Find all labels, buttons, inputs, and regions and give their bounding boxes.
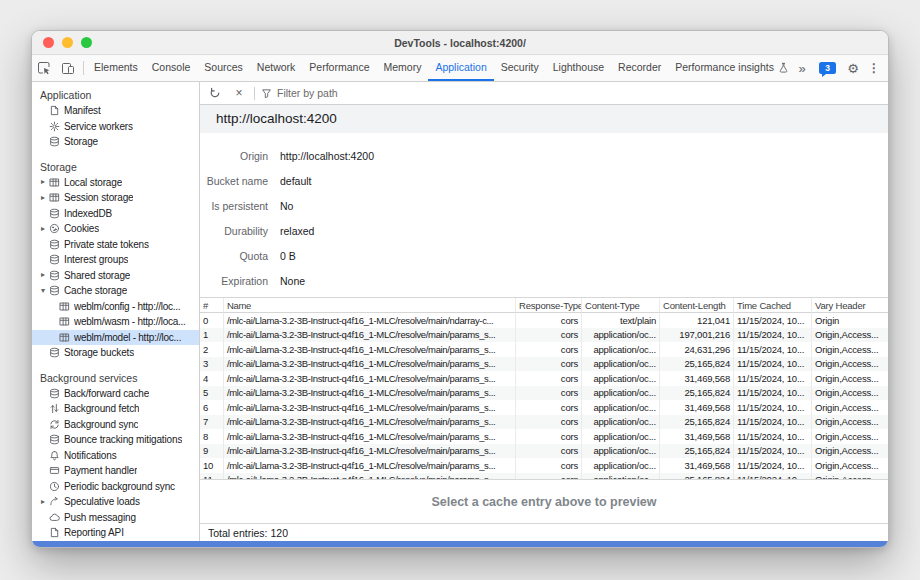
refresh-icon[interactable]: [206, 84, 224, 102]
cell-vary-header: Origin,Access...: [812, 415, 888, 430]
kebab-menu-icon[interactable]: ⋮: [865, 61, 883, 75]
table-row[interactable]: 3/mlc-ai/Llama-3.2-3B-Instruct-q4f16_1-M…: [200, 357, 888, 372]
sidebar-item-notifications[interactable]: Notifications: [32, 448, 199, 464]
issues-bubble-icon: 3: [819, 62, 836, 74]
cell-response-type: cors: [516, 458, 582, 473]
tab-sources[interactable]: Sources: [197, 55, 250, 81]
database-icon: [48, 347, 60, 358]
sidebar-item-label: weblm/config - http://loc...: [74, 301, 180, 312]
more-tabs-button[interactable]: »: [790, 61, 814, 76]
table-row[interactable]: 10/mlc-ai/Llama-3.2-3B-Instruct-q4f16_1-…: [200, 458, 888, 473]
minimize-window-button[interactable]: [62, 37, 73, 48]
sidebar-item-periodic-background-sync[interactable]: Periodic background sync: [32, 479, 199, 495]
window-bottom-accent: [32, 541, 888, 547]
table-header-row: #NameResponse-TypeContent-TypeContent-Le…: [200, 298, 888, 313]
sidebar-item-storage-buckets[interactable]: Storage buckets: [32, 345, 199, 361]
sidebar-item-back-forward-cache[interactable]: Back/forward cache: [32, 386, 199, 402]
column-header-vary-header[interactable]: Vary Header: [812, 298, 888, 313]
table-row[interactable]: 0/mlc-ai/Llama-3.2-3B-Instruct-q4f16_1-M…: [200, 313, 888, 328]
sidebar-item-manifest[interactable]: Manifest: [32, 103, 199, 119]
sidebar-item-weblm-config-http-loc[interactable]: weblm/config - http://loc...: [32, 299, 199, 315]
cell-name: /mlc-ai/Llama-3.2-3B-Instruct-q4f16_1-ML…: [224, 429, 516, 444]
tab-application[interactable]: Application: [428, 55, 493, 81]
filter-by-path-input[interactable]: [277, 87, 427, 99]
sidebar-item-reporting-api[interactable]: Reporting API: [32, 525, 199, 541]
settings-gear-icon[interactable]: ⚙: [841, 61, 865, 76]
table-row[interactable]: 5/mlc-ai/Llama-3.2-3B-Instruct-q4f16_1-M…: [200, 386, 888, 401]
sidebar-section-application: ApplicationManifestService workersStorag…: [32, 87, 199, 150]
cell-name: /mlc-ai/Llama-3.2-3B-Instruct-q4f16_1-ML…: [224, 342, 516, 357]
sidebar-item-weblm-wasm-http-loca[interactable]: weblm/wasm - http://loca...: [32, 314, 199, 330]
close-window-button[interactable]: [43, 37, 54, 48]
issues-badge[interactable]: 3: [814, 62, 841, 74]
sidebar-item-payment-handler[interactable]: Payment handler: [32, 463, 199, 479]
sidebar-item-indexeddb[interactable]: IndexedDB: [32, 206, 199, 222]
tab-elements[interactable]: Elements: [87, 55, 145, 81]
tab-memory[interactable]: Memory: [376, 55, 428, 81]
sidebar-item-local-storage[interactable]: ▸Local storage: [32, 175, 199, 191]
tab-recorder[interactable]: Recorder: [611, 55, 668, 81]
cell-: 5: [200, 386, 224, 401]
meta-row-durability: Durabilityrelaxed: [200, 218, 888, 243]
tab-performance-insights[interactable]: Performance insights: [668, 55, 790, 81]
inspect-cursor-icon: [37, 61, 51, 75]
tab-performance[interactable]: Performance: [302, 55, 376, 81]
sidebar-item-background-fetch[interactable]: Background fetch: [32, 401, 199, 417]
tab-security[interactable]: Security: [494, 55, 546, 81]
chevron-down-icon[interactable]: ▾: [38, 287, 48, 295]
fullscreen-window-button[interactable]: [81, 37, 92, 48]
sidebar-item-bounce-tracking-mitigations[interactable]: Bounce tracking mitigations: [32, 432, 199, 448]
column-header-content-type[interactable]: Content-Type: [582, 298, 660, 313]
table-row[interactable]: 2/mlc-ai/Llama-3.2-3B-Instruct-q4f16_1-M…: [200, 342, 888, 357]
sidebar-item-interest-groups[interactable]: Interest groups: [32, 252, 199, 268]
sidebar-item-label: Reporting API: [64, 527, 124, 538]
delete-selected-icon[interactable]: ×: [230, 84, 248, 102]
table-row[interactable]: 7/mlc-ai/Llama-3.2-3B-Instruct-q4f16_1-M…: [200, 415, 888, 430]
sidebar-item-speculative-loads[interactable]: ▸Speculative loads: [32, 494, 199, 510]
meta-label: Is persistent: [200, 200, 268, 212]
sidebar-item-weblm-model-http-loc[interactable]: weblm/model - http://loc...: [32, 330, 199, 346]
chevron-right-icon[interactable]: ▸: [38, 498, 48, 506]
sidebar-section-title: Storage: [32, 159, 199, 175]
sidebar-item-label: weblm/wasm - http://loca...: [74, 316, 186, 327]
column-header-content-length[interactable]: Content-Length: [660, 298, 734, 313]
table-row[interactable]: 9/mlc-ai/Llama-3.2-3B-Instruct-q4f16_1-M…: [200, 444, 888, 459]
column-header-name[interactable]: Name: [224, 298, 516, 313]
cell-content-length: 25,165,824: [660, 415, 734, 430]
cache-entries-table: #NameResponse-TypeContent-TypeContent-Le…: [200, 297, 888, 479]
sidebar-item-cookies[interactable]: ▸Cookies: [32, 221, 199, 237]
chevron-right-icon[interactable]: ▸: [38, 225, 48, 233]
chevron-right-icon[interactable]: ▸: [38, 271, 48, 279]
table-row[interactable]: 1/mlc-ai/Llama-3.2-3B-Instruct-q4f16_1-M…: [200, 328, 888, 343]
sidebar-item-cache-storage[interactable]: ▾Cache storage: [32, 283, 199, 299]
chevron-right-icon[interactable]: ▸: [38, 194, 48, 202]
sidebar-item-session-storage[interactable]: ▸Session storage: [32, 190, 199, 206]
column-header-[interactable]: #: [200, 298, 224, 313]
tab-network[interactable]: Network: [250, 55, 303, 81]
column-header-response-type[interactable]: Response-Type: [516, 298, 582, 313]
device-toolbar-toggle-button[interactable]: [56, 55, 80, 81]
sidebar-item-private-state-tokens[interactable]: Private state tokens: [32, 237, 199, 253]
tab-lighthouse[interactable]: Lighthouse: [546, 55, 611, 81]
cell-: 2: [200, 342, 224, 357]
table-body: 0/mlc-ai/Llama-3.2-3B-Instruct-q4f16_1-M…: [200, 313, 888, 479]
table-row[interactable]: 6/mlc-ai/Llama-3.2-3B-Instruct-q4f16_1-M…: [200, 400, 888, 415]
cell-time-cached: 11/15/2024, 10...: [734, 458, 812, 473]
tab-label: Performance insights: [675, 61, 774, 73]
cell-: 7: [200, 415, 224, 430]
chevron-right-icon[interactable]: ▸: [38, 178, 48, 186]
sidebar-item-background-sync[interactable]: Background sync: [32, 417, 199, 433]
table-row[interactable]: 4/mlc-ai/Llama-3.2-3B-Instruct-q4f16_1-M…: [200, 371, 888, 386]
sidebar-item-storage[interactable]: Storage: [32, 134, 199, 150]
cell-vary-header: Origin,Access...: [812, 328, 888, 343]
meta-label: Bucket name: [200, 175, 268, 187]
tab-console[interactable]: Console: [145, 55, 198, 81]
inspect-element-button[interactable]: [32, 55, 56, 81]
tab-label: Lighthouse: [553, 61, 604, 73]
cache-metadata: Originhttp://localhost:4200Bucket namede…: [200, 133, 888, 297]
column-header-time-cached[interactable]: Time Cached: [734, 298, 812, 313]
sidebar-item-service-workers[interactable]: Service workers: [32, 119, 199, 135]
sidebar-item-shared-storage[interactable]: ▸Shared storage: [32, 268, 199, 284]
table-row[interactable]: 8/mlc-ai/Llama-3.2-3B-Instruct-q4f16_1-M…: [200, 429, 888, 444]
sidebar-item-push-messaging[interactable]: Push messaging: [32, 510, 199, 526]
